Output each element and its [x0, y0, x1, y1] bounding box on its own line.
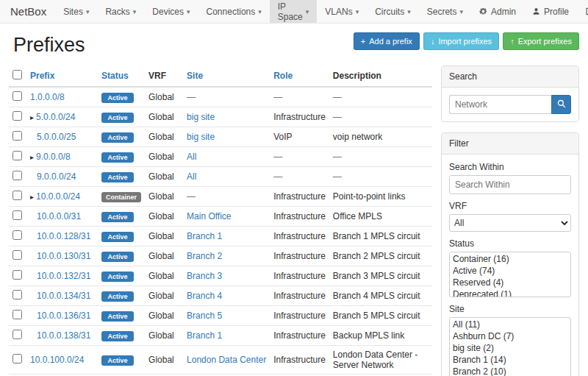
prefix-link[interactable]: 10.0.0.130/31: [37, 251, 90, 261]
site-link[interactable]: big site: [187, 132, 215, 142]
row-checkbox[interactable]: [12, 210, 22, 220]
nav-item-vlans[interactable]: VLANs▾: [317, 0, 367, 23]
vrf-cell: Global: [145, 286, 183, 306]
prefix-link[interactable]: 10.0.0.132/31: [37, 271, 90, 281]
table-row: 10.0.0.132/31ActiveGlobalBranch 3Infrast…: [9, 266, 432, 286]
nav-item-ip-space[interactable]: IP Space▾: [270, 0, 318, 23]
row-checkbox[interactable]: [12, 151, 22, 160]
row-checkbox-cell: [9, 326, 26, 346]
select-option[interactable]: Reserved (4): [451, 277, 570, 288]
row-checkbox[interactable]: [12, 310, 22, 319]
site-link[interactable]: big site: [187, 112, 215, 122]
search-input[interactable]: [449, 95, 551, 114]
select-all-checkbox[interactable]: [12, 70, 22, 79]
nav-item-devices[interactable]: Devices▾: [144, 0, 198, 23]
chevron-down-icon: ▾: [133, 8, 137, 15]
nav-item-sites[interactable]: Sites▾: [55, 0, 97, 23]
role-cell: Infrastructure: [270, 346, 329, 375]
role-cell: Infrastructure: [270, 246, 329, 266]
site-link[interactable]: Branch 5: [187, 311, 222, 321]
prefix-link[interactable]: 10.0.0.136/31: [37, 311, 90, 321]
prefix-link[interactable]: 1.0.0.0/8: [30, 92, 65, 102]
row-checkbox[interactable]: [12, 270, 22, 280]
prefix-link[interactable]: 5.0.0.0/25: [37, 132, 76, 142]
empty-value: —: [273, 171, 282, 182]
nav-item-secrets[interactable]: Secrets▾: [419, 0, 471, 23]
select-option[interactable]: Active (74): [451, 265, 570, 277]
role-cell: —: [270, 147, 329, 167]
column-header-prefix[interactable]: Prefix: [26, 65, 98, 87]
row-checkbox[interactable]: [12, 131, 22, 141]
expand-arrow-icon[interactable]: ▸: [30, 113, 34, 121]
nav-item-label: Admin: [491, 7, 516, 17]
column-header-role[interactable]: Role: [270, 65, 329, 87]
select-option[interactable]: All (11): [451, 319, 570, 330]
export-prefixes-button[interactable]: ↑Export prefixes: [503, 32, 579, 50]
row-checkbox-cell: [9, 227, 26, 246]
description-cell: Branch 4 MPLS circuit: [329, 286, 432, 306]
prefix-link[interactable]: 10.0.0.128/31: [37, 231, 90, 241]
status-badge: Active: [101, 93, 134, 103]
chevron-down-icon: ▾: [356, 8, 359, 15]
site-link[interactable]: Branch 3: [187, 271, 222, 281]
site-link[interactable]: All: [187, 171, 196, 182]
site-link[interactable]: London Data Center: [187, 355, 266, 365]
row-checkbox[interactable]: [12, 290, 22, 299]
site-cell: All: [183, 147, 270, 167]
brand[interactable]: NetBox: [7, 0, 55, 23]
nav-item-log-out[interactable]: Log out: [577, 0, 588, 23]
add-a-prefix-button[interactable]: +Add a prefix: [354, 32, 420, 50]
select-option[interactable]: Ashburn DC (7): [451, 330, 570, 342]
column-header-site[interactable]: Site: [183, 65, 270, 87]
role-cell: —: [270, 87, 329, 107]
empty-value: —: [273, 92, 282, 102]
prefix-link[interactable]: 9.0.0.0/8: [36, 152, 71, 162]
nav-item-connections[interactable]: Connections▾: [198, 0, 270, 23]
user-icon: [532, 7, 540, 15]
site-link[interactable]: All: [187, 152, 196, 162]
row-checkbox[interactable]: [12, 250, 22, 260]
prefix-link[interactable]: 10.0.0.134/31: [37, 291, 90, 301]
search-button[interactable]: [551, 95, 571, 114]
import-prefixes-button[interactable]: ↓Import prefixes: [423, 32, 499, 50]
column-header-status[interactable]: Status: [98, 65, 145, 87]
prefix-link[interactable]: 10.0.0.0/24: [36, 191, 80, 202]
prefix-link[interactable]: 9.0.0.0/24: [37, 171, 76, 182]
status-select[interactable]: Container (16)Active (74)Reserved (4)Dep…: [449, 252, 571, 297]
description-cell: voip network: [329, 127, 432, 147]
select-option[interactable]: Branch 1 (14): [451, 354, 570, 366]
site-cell: All: [183, 167, 270, 187]
row-checkbox[interactable]: [12, 191, 22, 200]
prefix-link[interactable]: 10.0.0.0/31: [37, 211, 81, 221]
status-cell: Active: [98, 107, 145, 127]
prefix-link[interactable]: 10.0.100.0/24: [30, 355, 84, 365]
site-link[interactable]: Branch 4: [187, 291, 222, 301]
expand-arrow-icon[interactable]: ▸: [30, 153, 34, 161]
site-link[interactable]: Branch 1: [187, 231, 222, 241]
row-checkbox[interactable]: [12, 354, 22, 363]
select-option[interactable]: big site (2): [451, 342, 570, 354]
site-link[interactable]: Branch 2: [187, 251, 222, 261]
prefix-link[interactable]: 5.0.0.0/24: [36, 112, 75, 122]
expand-arrow-icon[interactable]: ▸: [30, 193, 34, 201]
search-within-input[interactable]: [449, 175, 571, 194]
site-select[interactable]: All (11)Ashburn DC (7)big site (2)Branch…: [449, 317, 571, 376]
site-link[interactable]: Main Office: [187, 211, 231, 221]
vrf-select[interactable]: All: [449, 214, 571, 232]
site-link[interactable]: Branch 1: [187, 330, 222, 341]
select-option[interactable]: Branch 2 (10): [451, 366, 570, 376]
row-checkbox[interactable]: [12, 111, 22, 121]
nav-item-circuits[interactable]: Circuits▾: [367, 0, 419, 23]
prefix-link[interactable]: 10.0.0.138/31: [37, 330, 90, 341]
nav-item-admin[interactable]: Admin: [471, 0, 524, 23]
row-checkbox[interactable]: [12, 330, 22, 339]
row-checkbox[interactable]: [12, 171, 22, 180]
prefix-table: PrefixStatusVRFSiteRoleDescription 1.0.0…: [9, 65, 432, 376]
nav-item-racks[interactable]: Racks▾: [97, 0, 144, 23]
row-checkbox[interactable]: [12, 230, 22, 240]
row-checkbox-cell: [9, 107, 26, 127]
nav-item-profile[interactable]: Profile: [524, 0, 577, 23]
row-checkbox[interactable]: [12, 91, 22, 101]
select-option[interactable]: Container (16): [451, 253, 570, 265]
select-option[interactable]: Deprecated (1): [451, 288, 570, 297]
